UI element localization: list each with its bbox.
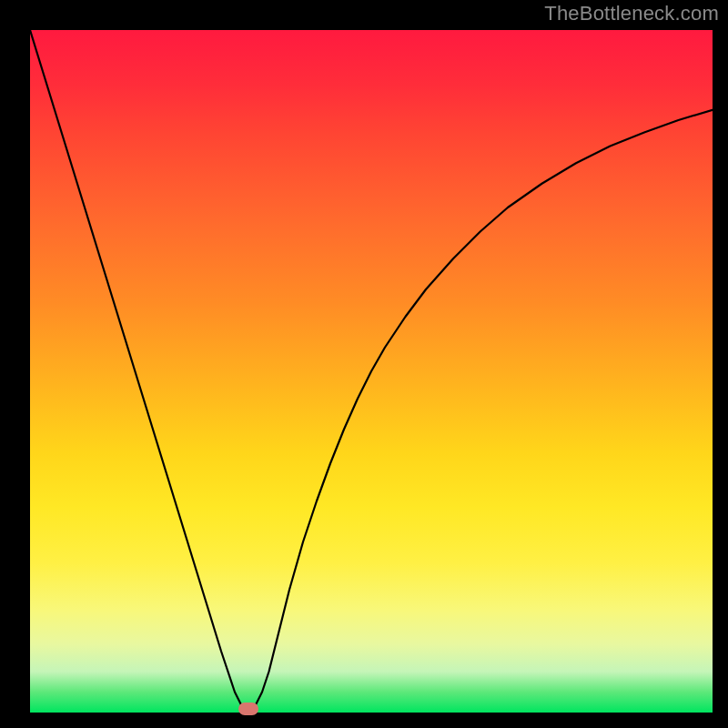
chart-stage: TheBottleneck.com [0, 0, 728, 728]
optimal-point-marker [238, 703, 258, 715]
plot-area [30, 30, 713, 713]
watermark-text: TheBottleneck.com [544, 2, 719, 25]
bottleneck-curve [30, 30, 713, 713]
